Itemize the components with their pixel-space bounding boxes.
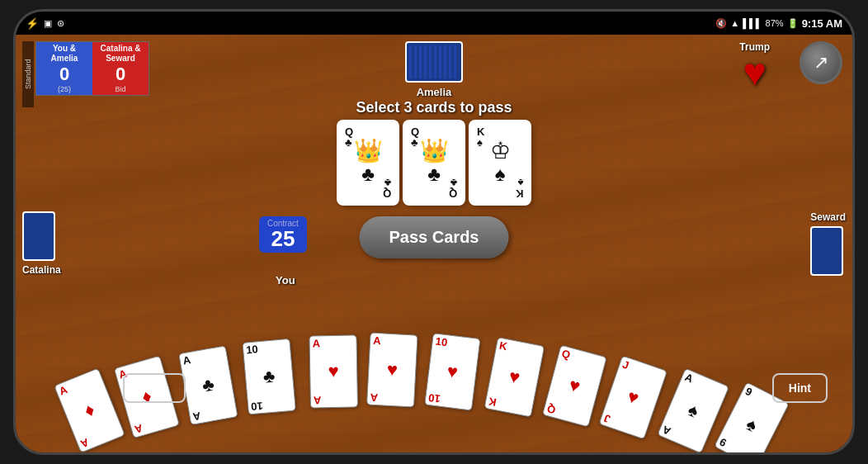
usb-icon: ⚡ (26, 17, 39, 30)
contract-value: 25 (267, 228, 299, 249)
team2-bid: Bid (111, 83, 129, 95)
select-instruction: Select 3 cards to pass (356, 99, 512, 116)
card2-corner-top: Q♣ (411, 126, 419, 148)
hand-card-10[interactable]: J ♥ J (599, 355, 668, 439)
score-panel: Standard You &Amelia 0 (25) Catalina &Se… (22, 41, 149, 96)
status-bar: ⚡ ▣ ⊛ 🔇 ▲ ▌▌▌ 87% 🔋 9:15 AM (16, 12, 852, 35)
card1-corner-bottom: Q♣ (383, 178, 391, 199)
card2-suit: ♣ (427, 163, 441, 186)
center-cards: Q♣ 👑 ♣ Q♣ Q♣ 👑 ♣ Q♣ K♠ ♔ (338, 121, 530, 204)
team2-score-col: Catalina &Seward 0 Bid (92, 42, 149, 95)
hand-card-1[interactable]: A ♦ A (54, 368, 125, 452)
contract-box: Contract 25 (259, 216, 307, 253)
amelia-deck (405, 41, 463, 83)
standard-label: Standard (22, 41, 34, 107)
hand-card-7[interactable]: 10 ♥ 10 (424, 333, 480, 410)
card3-suit: ♠ (495, 163, 506, 186)
status-right: 🔇 ▲ ▌▌▌ 87% 🔋 9:15 AM (715, 17, 842, 30)
hand-card-9[interactable]: Q ♥ Q (542, 344, 607, 427)
card1-suit: ♣ (361, 163, 375, 186)
mute-icon: 🔇 (715, 18, 727, 29)
center-card-1[interactable]: Q♣ 👑 ♣ Q♣ (338, 121, 398, 204)
status-left: ⚡ ▣ ⊛ (26, 17, 64, 30)
hand-card-3[interactable]: A ♣ A (178, 345, 238, 425)
top-player-area: Amelia (405, 41, 463, 98)
team1-bid-value: (25) (58, 85, 71, 93)
center-card-2[interactable]: Q♣ 👑 ♣ Q♣ (404, 121, 464, 204)
wifi-icon: ▲ (730, 18, 739, 28)
trump-area: Trump ♥ (739, 41, 770, 92)
card1-corner-top: Q♣ (345, 126, 353, 148)
center-card-3[interactable]: K♠ ♔ ♠ K♠ (470, 121, 530, 204)
team2-name: Catalina &Seward (97, 42, 144, 65)
card3-corner-top: K♠ (477, 126, 484, 148)
team1-bid: (25) (54, 83, 74, 95)
hand-card-8[interactable]: K ♥ K (484, 337, 545, 417)
team2-score: 0 (116, 65, 125, 83)
team1-name: You &Amelia (48, 42, 82, 65)
hand-card-5[interactable]: A ♥ A (309, 335, 358, 409)
amelia-name: Amelia (405, 86, 463, 98)
trump-suit: ♥ (739, 53, 770, 92)
seward-deck (810, 226, 843, 276)
score-table: You &Amelia 0 (25) Catalina &Seward 0 Bi… (35, 41, 149, 96)
undo-button[interactable]: Undo (123, 373, 186, 403)
card3-corner-bottom: K♠ (516, 178, 523, 199)
hand-card-4[interactable]: 10 ♣ 10 (242, 339, 295, 415)
direction-button[interactable]: ↗ (800, 41, 842, 84)
catalina-deck (22, 211, 55, 261)
hint-button[interactable]: Hint (772, 373, 828, 403)
card2-corner-bottom: Q♣ (449, 178, 457, 199)
seward-name: Seward (810, 211, 846, 223)
card2-queen-icon: 👑 (420, 140, 449, 163)
wifi-signal-icon: ⊛ (57, 18, 64, 29)
you-label: You (276, 274, 295, 286)
battery-percentage: 87% (766, 18, 784, 28)
team1-score-col: You &Amelia 0 (25) (36, 42, 92, 95)
catalina-name: Catalina (22, 264, 61, 276)
game-area: Standard You &Amelia 0 (25) Catalina &Se… (16, 35, 852, 452)
pass-cards-button[interactable]: Pass Cards (360, 216, 509, 258)
team1-score: 0 (59, 65, 69, 83)
sim-icon: ▣ (44, 18, 52, 29)
card1-queen-icon: 👑 (354, 140, 383, 163)
hand-card-6[interactable]: A ♥ A (366, 333, 418, 408)
card3-king-icon: ♔ (490, 140, 511, 163)
phone-frame: ⚡ ▣ ⊛ 🔇 ▲ ▌▌▌ 87% 🔋 9:15 AM Standard You… (13, 9, 855, 455)
clock: 9:15 AM (802, 17, 842, 30)
left-player-area: Catalina (22, 211, 61, 276)
direction-arrow-icon: ↗ (814, 52, 828, 73)
right-player-area: Seward (810, 211, 846, 276)
signal-icon: ▌▌▌ (743, 18, 762, 28)
team2-bid-value: Bid (115, 85, 125, 93)
battery-icon: 🔋 (787, 18, 799, 29)
